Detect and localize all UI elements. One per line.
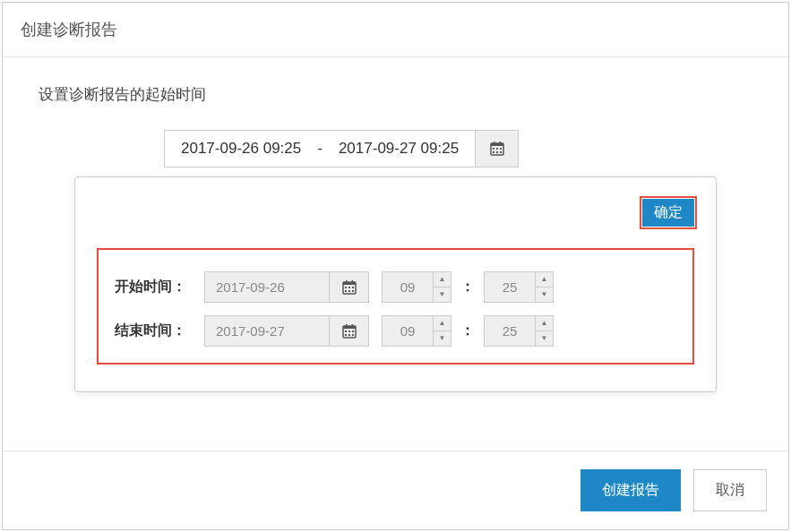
start-minute-up-button[interactable]: ▲ [536, 272, 553, 287]
svg-rect-6 [500, 148, 502, 150]
calendar-icon [490, 142, 504, 156]
svg-rect-11 [343, 282, 356, 285]
start-minute-arrows: ▲ ▼ [536, 271, 554, 303]
start-minute-input[interactable] [484, 271, 536, 303]
end-date-input[interactable] [204, 315, 330, 347]
range-end-text: 2017-09-27 09:25 [339, 140, 459, 158]
create-diagnostic-report-modal: 创建诊断报告 设置诊断报告的起始时间 2017-09-26 09:25 - 20… [2, 2, 789, 530]
modal-header: 创建诊断报告 [3, 3, 788, 57]
start-date-input-group [204, 271, 369, 303]
svg-rect-1 [491, 143, 503, 146]
end-date-calendar-button[interactable] [330, 315, 369, 347]
svg-rect-28 [348, 334, 350, 336]
range-start-text: 2017-09-26 09:25 [181, 140, 301, 158]
svg-rect-19 [352, 290, 354, 292]
end-minute-up-button[interactable]: ▲ [536, 316, 553, 331]
end-minute-arrows: ▲ ▼ [536, 315, 554, 347]
svg-rect-18 [348, 290, 350, 292]
svg-rect-2 [494, 142, 495, 144]
start-date-calendar-button[interactable] [330, 271, 369, 303]
svg-rect-14 [345, 287, 347, 288]
end-hour-down-button[interactable]: ▼ [434, 331, 451, 346]
svg-rect-7 [493, 151, 494, 153]
svg-rect-22 [346, 324, 348, 327]
svg-rect-12 [346, 280, 348, 283]
svg-rect-8 [496, 151, 498, 153]
start-minute-down-button[interactable]: ▼ [536, 287, 553, 302]
start-time-row: 开始时间： [115, 271, 676, 303]
end-hour-spinner: ▲ ▼ [382, 315, 451, 347]
calendar-icon [342, 324, 357, 339]
picker-ok-button[interactable]: 确定 [642, 199, 694, 227]
start-hour-up-button[interactable]: ▲ [434, 272, 451, 287]
svg-rect-3 [499, 142, 501, 144]
end-hour-up-button[interactable]: ▲ [434, 316, 451, 331]
svg-rect-21 [343, 326, 356, 329]
time-colon: ： [451, 322, 484, 340]
end-minute-down-button[interactable]: ▼ [536, 331, 553, 346]
start-hour-input[interactable] [382, 271, 434, 303]
end-minute-spinner: ▲ ▼ [484, 315, 554, 347]
end-hour-input[interactable] [382, 315, 434, 347]
time-colon: ： [451, 278, 484, 296]
svg-rect-25 [348, 330, 350, 332]
start-date-input[interactable] [204, 271, 330, 303]
calendar-icon [342, 280, 357, 295]
modal-footer: 创建报告 取消 [3, 451, 788, 529]
range-separator: - [317, 140, 322, 158]
open-calendar-button[interactable] [476, 130, 519, 167]
section-label: 设置诊断报告的起始时间 [39, 84, 752, 105]
datetime-picker-panel: 确定 开始时间： [74, 176, 717, 392]
start-hour-down-button[interactable]: ▼ [434, 287, 451, 302]
date-range-display[interactable]: 2017-09-26 09:25 - 2017-09-27 09:25 [164, 130, 476, 167]
date-range-display-row: 2017-09-26 09:25 - 2017-09-27 09:25 [164, 130, 752, 167]
svg-rect-17 [345, 290, 347, 292]
end-hour-arrows: ▲ ▼ [434, 315, 451, 347]
end-minute-input[interactable] [484, 315, 536, 347]
svg-rect-27 [345, 334, 347, 336]
modal-body: 设置诊断报告的起始时间 2017-09-26 09:25 - 2017-09-2… [3, 57, 788, 451]
svg-rect-16 [352, 287, 354, 288]
svg-rect-9 [500, 151, 502, 153]
cancel-button[interactable]: 取消 [693, 469, 767, 511]
svg-rect-29 [352, 334, 354, 336]
svg-rect-26 [352, 330, 354, 332]
svg-rect-24 [345, 330, 347, 332]
svg-rect-4 [493, 148, 494, 150]
start-hour-arrows: ▲ ▼ [434, 271, 451, 303]
svg-rect-23 [351, 324, 353, 327]
start-time-label: 开始时间： [115, 278, 204, 296]
start-minute-spinner: ▲ ▼ [484, 271, 554, 303]
end-time-row: 结束时间： [115, 315, 676, 347]
svg-rect-5 [496, 148, 498, 150]
time-inputs-highlight-box: 开始时间： [97, 248, 694, 365]
modal-title: 创建诊断报告 [21, 19, 770, 40]
svg-rect-13 [351, 280, 353, 283]
start-hour-spinner: ▲ ▼ [382, 271, 451, 303]
create-report-button[interactable]: 创建报告 [580, 469, 681, 511]
svg-rect-15 [348, 287, 350, 288]
end-date-input-group [204, 315, 369, 347]
end-time-label: 结束时间： [115, 322, 204, 340]
picker-top-row: 确定 [97, 199, 694, 227]
